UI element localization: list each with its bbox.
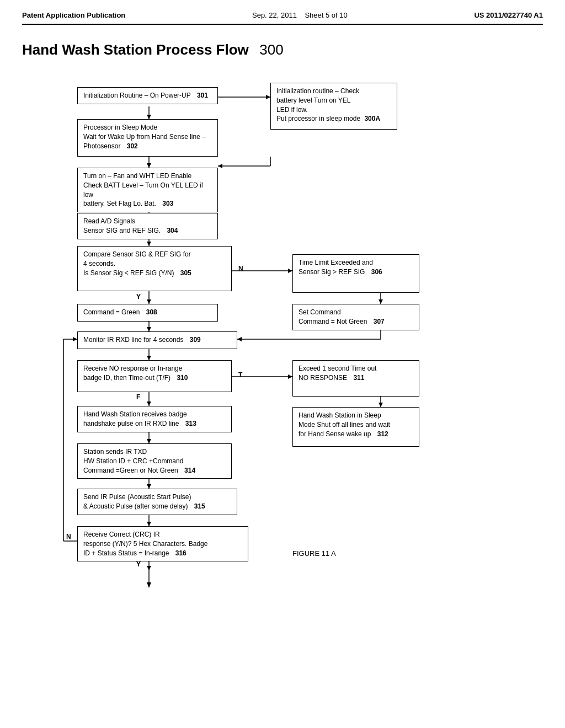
box-315-text: Send IR Pulse (Acoustic Start Pulse) & A… [83,493,191,510]
box-314: Station sends IR TXD HW Station ID + CRC… [77,443,232,479]
svg-marker-20 [147,356,151,360]
svg-marker-32 [147,522,151,526]
box-313-number: 313 [185,420,196,427]
box-307-number: 307 [374,318,385,325]
box-312-text: Hand Wash Station in Sleep Mode Shut off… [299,411,390,438]
box-300a-text: Initialization routine – Check battery l… [276,87,360,122]
svg-marker-45 [147,582,151,588]
box-304: Read A/D Signals Sensor SIG and REF SIG.… [77,213,218,239]
box-303: Turn on – Fan and WHT LED Enable Check B… [77,168,218,212]
box-308-text: Command = Green [83,308,140,316]
box-300a: Initialization routine – Check battery l… [270,83,397,130]
box-306-number: 306 [371,268,382,276]
box-302-text: Processor in Sleep Mode Wait for Wake Up… [83,124,206,150]
svg-marker-26 [147,402,151,406]
box-303-number: 303 [162,200,173,207]
box-309-number: 309 [190,336,201,344]
svg-marker-18 [237,337,242,341]
box-314-text: Station sends IR TXD HW Station ID + CRC… [83,448,183,474]
box-315-number: 315 [194,502,205,510]
header-patent-number: US 2011/0227740 A1 [474,11,543,19]
page: Patent Application Publication Sep. 22, … [0,0,565,728]
label-t-310: T [238,371,242,379]
box-302: Processor in Sleep Mode Wait for Wake Up… [77,119,218,157]
box-305-text: Compare Sensor SIG & REF SIG for 4 secon… [83,250,191,277]
svg-marker-9 [288,269,292,273]
box-310-text: Receive NO response or In-range badge ID… [83,365,182,382]
box-310: Receive NO response or In-range badge ID… [77,360,232,392]
box-301: Initialization Routine – On Power-UP 301 [77,87,218,104]
header-sheet: Sheet 5 of 10 [305,11,347,19]
label-n-305: N [238,265,243,272]
svg-marker-15 [147,327,151,331]
box-304-text: Read A/D Signals Sensor SIG and REF SIG. [83,217,161,234]
svg-marker-7 [147,242,151,246]
svg-marker-3 [147,163,151,168]
box-316-number: 316 [175,549,186,557]
box-312-number: 312 [377,430,388,438]
svg-marker-13 [379,299,383,304]
box-316: Receive Correct (CRC) IR response (Y/N)?… [77,526,248,561]
header-date: Sep. 22, 2011 [252,11,297,19]
box-313-text: Hand Wash Station receives badge handsha… [83,410,187,427]
box-312: Hand Wash Station in Sleep Mode Shut off… [292,407,419,447]
box-311: Exceed 1 second Time out NO RESPONSE 311 [292,360,419,397]
box-309-text: Monitor IR RXD line for 4 seconds [83,336,183,344]
box-303-text: Turn on – Fan and WHT LED Enable Check B… [83,172,203,207]
bottom-arrow [141,569,157,591]
svg-marker-38 [73,337,77,341]
box-316-text: Receive Correct (CRC) IR response (Y/N)?… [83,531,207,557]
box-311-number: 311 [353,374,364,382]
svg-marker-11 [147,299,151,304]
box-308: Command = Green 308 [77,304,218,322]
box-309: Monitor IR RXD line for 4 seconds 309 [77,331,237,349]
box-315: Send IR Pulse (Acoustic Start Pulse) & A… [77,489,237,515]
box-305-number: 305 [180,269,191,277]
label-y-305: Y [136,293,141,301]
figure-label: FIGURE 11 A [292,549,336,558]
svg-marker-28 [147,439,151,443]
box-314-number: 314 [184,467,195,474]
box-300a-number: 300A [364,115,380,122]
label-f-310: F [136,393,140,401]
box-302-number: 302 [127,142,138,150]
flowchart: Initialization Routine – On Power-UP 301… [22,75,543,654]
header: Patent Application Publication Sep. 22, … [22,11,543,25]
main-title: Hand Wash Station Process Flow [22,41,249,58]
box-301-number: 301 [197,92,208,99]
svg-marker-43 [218,164,222,168]
svg-marker-40 [266,95,270,99]
box-308-number: 308 [146,308,157,316]
svg-marker-1 [147,115,151,119]
svg-marker-22 [288,374,292,379]
box-307-text: Set Command Command = Not Green [299,308,367,325]
box-311-text: Exceed 1 second Time out NO RESPONSE [299,365,376,382]
box-306: Time Limit Exceeded and Sensor Sig > REF… [292,254,419,293]
label-n-316: N [66,533,71,540]
box-301-text: Initialization Routine – On Power-UP [83,92,191,99]
title-section: Hand Wash Station Process Flow 300 [22,41,543,58]
box-307: Set Command Command = Not Green 307 [292,304,419,330]
box-305: Compare Sensor SIG & REF SIG for 4 secon… [77,246,232,291]
svg-marker-24 [379,403,383,407]
box-313: Hand Wash Station receives badge handsha… [77,406,232,432]
box-310-number: 310 [177,374,188,382]
label-y-316: Y [136,560,141,568]
header-publication: Patent Application Publication [22,11,125,19]
header-date-sheet: Sep. 22, 2011 Sheet 5 of 10 [252,11,348,19]
svg-marker-30 [147,484,151,489]
box-304-number: 304 [167,227,178,234]
title-number: 300 [259,41,283,58]
box-306-text: Time Limit Exceeded and Sensor Sig > REF… [299,259,373,276]
